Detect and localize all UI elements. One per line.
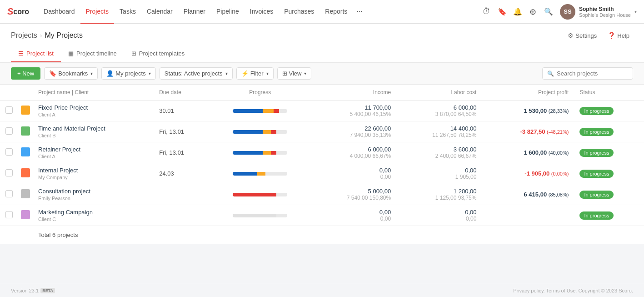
user-chevron-icon: ▾	[634, 9, 637, 14]
project-name[interactable]: Fixed Price Project	[38, 104, 148, 111]
user-org: Sophie's Design House	[579, 12, 631, 18]
bookmarks-button[interactable]: 🔖 Bookmarks ▾	[44, 67, 98, 80]
status-badge: In progress	[579, 128, 614, 136]
labor-top: 1 200,00	[402, 188, 476, 195]
tab-project-templates[interactable]: ⊞ Project templates	[124, 45, 192, 62]
view-button[interactable]: ⊞ View ▾	[277, 67, 312, 80]
project-profit: -1 905,00 (0,00%)	[487, 170, 569, 177]
row-checkbox[interactable]	[5, 106, 13, 114]
project-icon	[21, 126, 30, 136]
bookmark-icon[interactable]: 🔖	[494, 4, 510, 20]
chevron-down-icon2: ▾	[149, 71, 151, 76]
breadcrumb-root[interactable]: Projects	[11, 31, 37, 40]
row-checkbox[interactable]	[5, 127, 13, 135]
user-area[interactable]: SS Sophie Smith Sophie's Design House ▾	[560, 4, 637, 20]
income-top: 0,00	[316, 167, 391, 174]
progress-bar	[233, 214, 287, 217]
chevron-down-icon5: ▾	[304, 71, 306, 76]
chevron-down-icon3: ▾	[225, 71, 228, 76]
project-client: Client A	[38, 154, 148, 159]
project-name[interactable]: Retainer Project	[38, 146, 148, 153]
nav-more[interactable]: ···	[353, 0, 366, 24]
project-name[interactable]: Consultation project	[38, 188, 148, 195]
table-row: Internal Project My Company 24.03 0,00 0…	[0, 163, 644, 184]
status-button[interactable]: Status: Active projects ▾	[160, 67, 233, 80]
nav-invoices[interactable]: Invoices	[245, 0, 279, 24]
status-badge: In progress	[579, 211, 614, 220]
project-icon	[21, 189, 30, 198]
search-icon[interactable]: 🔍	[541, 4, 556, 20]
table-row: Consultation project Emily Pearson 5 000…	[0, 184, 644, 205]
project-icon	[21, 147, 30, 156]
labor-top: 3 600,00	[402, 146, 476, 153]
settings-button[interactable]: ⚙ Settings	[564, 30, 600, 41]
labor-top: 0,00	[402, 167, 476, 174]
tab-project-list[interactable]: ☰ Project list	[11, 45, 61, 62]
notification-icon[interactable]: 🔔	[510, 4, 525, 20]
project-client: My Company	[38, 175, 148, 180]
total-row: Total 6 projects	[0, 226, 644, 244]
tab-project-timeline[interactable]: ▦ Project timeline	[61, 45, 124, 62]
new-button[interactable]: + New	[11, 67, 40, 80]
breadcrumb-current: My Projects	[45, 31, 83, 40]
nav-planner[interactable]: Planner	[178, 0, 211, 24]
nav-tasks[interactable]: Tasks	[114, 0, 141, 24]
table-row: Time and Material Project Client B Fri, …	[0, 121, 644, 142]
breadcrumb: Projects › My Projects	[11, 31, 83, 40]
row-checkbox[interactable]	[5, 148, 13, 156]
topnav: S coro Dashboard Projects Tasks Calendar…	[0, 0, 644, 24]
project-icon	[21, 106, 30, 115]
progress-bar	[233, 193, 287, 196]
chevron-down-icon: ▾	[90, 71, 93, 76]
progress-bar	[233, 130, 287, 134]
nav-pipeline[interactable]: Pipeline	[211, 0, 245, 24]
add-icon[interactable]: ⊕	[525, 4, 541, 20]
income-top: 6 000,00	[316, 146, 391, 153]
progress-bar	[233, 172, 287, 176]
status-badge: In progress	[579, 107, 614, 115]
income-top: 11 700,00	[316, 104, 391, 111]
nav-dashboard[interactable]: Dashboard	[38, 0, 80, 24]
search-box[interactable]: 🔍	[542, 67, 633, 80]
bookmark-list-icon: 🔖	[49, 70, 56, 77]
nav-purchases[interactable]: Purchases	[279, 0, 320, 24]
project-name[interactable]: Marketing Campaign	[38, 209, 148, 216]
nav-calendar[interactable]: Calendar	[141, 0, 178, 24]
my-projects-button[interactable]: 👤 My projects ▾	[101, 67, 155, 80]
toolbar: + New 🔖 Bookmarks ▾ 👤 My projects ▾ Stat…	[0, 63, 644, 85]
logo[interactable]: S coro	[7, 6, 29, 17]
timer-icon[interactable]: ⏱	[479, 4, 494, 20]
main-content: Project name | Client Due date Progress …	[0, 85, 644, 244]
person-icon: 👤	[106, 70, 114, 77]
row-checkbox[interactable]	[5, 211, 13, 218]
project-profit: 6 415,00 (85,08%)	[487, 191, 569, 198]
project-icon	[21, 168, 30, 177]
project-icon	[21, 210, 30, 219]
project-name[interactable]: Time and Material Project	[38, 125, 148, 132]
row-checkbox[interactable]	[5, 169, 13, 176]
table-row: Retainer Project Client A Fri, 13.01 6 0…	[0, 142, 644, 163]
filter-button[interactable]: ⚡ Filter ▾	[236, 67, 274, 80]
search-input[interactable]	[557, 70, 628, 77]
income-top: 5 000,00	[316, 188, 391, 195]
search-small-icon: 🔍	[547, 70, 554, 77]
filter-icon: ⚡	[241, 70, 249, 77]
chevron-down-icon4: ▾	[266, 71, 269, 76]
settings-icon: ⚙	[568, 32, 574, 39]
row-checkbox[interactable]	[5, 190, 13, 197]
help-icon: ❓	[608, 32, 615, 39]
project-profit: -3 827,50 (-48,21%)	[487, 128, 569, 135]
status-badge: In progress	[579, 170, 614, 178]
project-name[interactable]: Internal Project	[38, 167, 148, 174]
nav-projects[interactable]: Projects	[80, 0, 115, 24]
income-top: 0,00	[316, 209, 391, 216]
view-icon: ⊞	[282, 70, 287, 77]
labor-top: 6 000,00	[402, 104, 476, 111]
nav-reports[interactable]: Reports	[320, 0, 353, 24]
tab-bar: ☰ Project list ▦ Project timeline ⊞ Proj…	[11, 45, 633, 62]
project-client: Client B	[38, 133, 148, 138]
project-client: Emily Pearson	[38, 196, 148, 201]
table-row: Fixed Price Project Client A 30.01 11 70…	[0, 101, 644, 121]
help-button[interactable]: ❓ Help	[604, 30, 633, 41]
labor-top: 0,00	[402, 209, 476, 216]
